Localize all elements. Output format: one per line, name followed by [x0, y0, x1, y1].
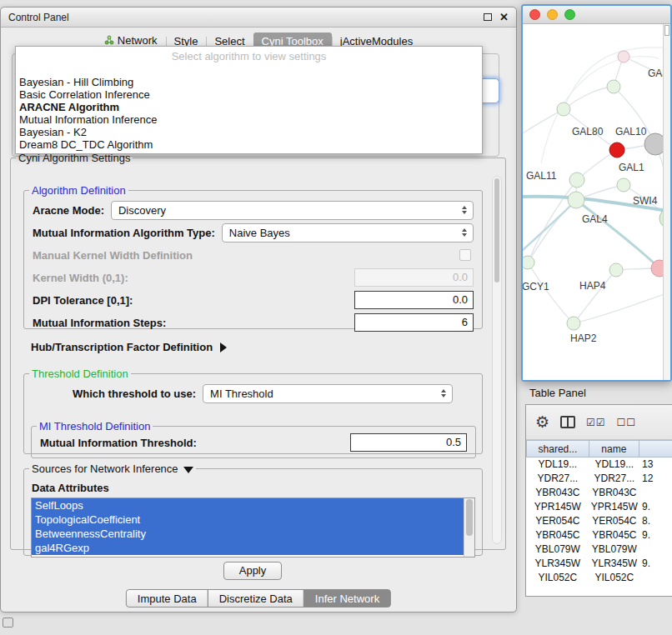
aracne-mode-select[interactable]: Discovery — [111, 201, 474, 220]
network-edge[interactable] — [523, 200, 576, 250]
close-icon[interactable]: ✕ — [499, 12, 509, 22]
network-node[interactable] — [609, 142, 624, 158]
table-panel: ⚙ ☑☑ ☐☐ shared...name YDL19...YDL19...13… — [525, 404, 672, 597]
network-edge[interactable] — [528, 262, 574, 323]
algorithm-option-bayesian-hill-climbing[interactable]: Bayesian - Hill Climbing — [16, 76, 482, 88]
attribute-list-item[interactable]: BetweennessCentrality — [32, 527, 464, 541]
sources-group: Sources for Network Inference Data Attri… — [23, 462, 483, 556]
table-row[interactable]: YIL052CYIL052C — [526, 571, 672, 585]
network-node[interactable] — [568, 192, 584, 208]
attribute-list-rows: SelfLoopsTopologicalCoefficientBetweenne… — [32, 498, 464, 555]
node-label: GAL1 — [619, 162, 644, 173]
table-cell: 13 — [639, 458, 672, 472]
network-node[interactable] — [569, 172, 584, 188]
network-scrollbar[interactable] — [663, 24, 670, 380]
manual-kernel-width-checkbox[interactable] — [459, 249, 471, 261]
network-edge[interactable] — [528, 200, 576, 262]
bottom-tab-bar: Impute DataDiscretize DataInfer Network — [126, 589, 391, 608]
network-canvas[interactable]: GALGAL80GAL10GAL11GAL1SWI4GAL4GCY1HAP4HA… — [523, 24, 670, 380]
mi-steps-label: Mutual Information Steps: — [33, 317, 166, 329]
table-row[interactable]: YDR27...YDR27...12 — [526, 472, 672, 486]
attribute-list-item[interactable]: TopologicalCoefficient — [32, 512, 464, 527]
mi-steps-row: Mutual Information Steps: 6 — [33, 313, 474, 332]
network-window-titlebar[interactable] — [523, 6, 670, 24]
dpi-tolerance-row: DPI Tolerance [0,1]: 0.0 — [33, 291, 474, 309]
window-buttons: ✕ — [484, 12, 509, 22]
network-edge[interactable] — [564, 87, 614, 109]
which-threshold-select[interactable]: MI Threshold — [203, 384, 453, 403]
deselect-all-checkboxes-icon[interactable]: ☐☐ — [617, 417, 637, 428]
table-row[interactable]: YBR043CYBR043C — [526, 486, 672, 500]
control-panel-titlebar[interactable]: Control Panel ✕ — [1, 8, 516, 28]
bottom-tab-discretize-data[interactable]: Discretize Data — [208, 589, 304, 608]
algorithm-option-list: Bayesian - Hill ClimbingBasic Correlatio… — [16, 76, 482, 151]
network-edge[interactable] — [574, 270, 616, 323]
table-row[interactable]: YBR045CYBR045C9. — [526, 528, 672, 542]
sources-title[interactable]: Sources for Network Inference — [29, 462, 196, 475]
table-row[interactable]: YER054CYER054C8. — [526, 514, 672, 528]
columns-icon[interactable] — [560, 416, 575, 428]
node-label: GAL4 — [582, 213, 608, 225]
select-all-checkboxes-icon[interactable]: ☑☑ — [586, 417, 606, 428]
algorithm-option-dream8-dc-tdc-algorithm[interactable]: Dream8 DC_TDC Algorithm — [16, 138, 482, 151]
mi-algorithm-type-select[interactable]: Naive Bayes — [222, 223, 474, 242]
attribute-list-scrollbar[interactable] — [464, 498, 474, 557]
collapse-down-icon[interactable] — [183, 467, 193, 473]
algorithm-option-bayesian-k2[interactable]: Bayesian - K2 — [16, 126, 482, 138]
attribute-list[interactable]: SelfLoopsTopologicalCoefficientBetweenne… — [31, 498, 475, 558]
algorithm-dropdown-placeholder: Select algorithm to view settings — [16, 47, 482, 65]
manual-kernel-width-label: Manual Kernel Width Definition — [33, 249, 193, 262]
table-row[interactable]: YPR145WYPR145W9. — [526, 500, 672, 514]
settings-scrollbar[interactable] — [492, 176, 502, 544]
kernel-width-label: Kernel Width (0,1): — [33, 272, 128, 284]
zoom-traffic-light[interactable] — [564, 9, 575, 20]
float-window-icon[interactable] — [484, 13, 492, 21]
network-node[interactable] — [607, 80, 620, 93]
network-node[interactable] — [567, 317, 580, 330]
expand-right-icon[interactable] — [220, 342, 227, 352]
dpi-tolerance-field[interactable]: 0.0 — [354, 291, 474, 309]
network-edge[interactable] — [574, 292, 670, 323]
tab-label: Network — [118, 34, 158, 47]
scrollbar-thumb[interactable] — [466, 499, 473, 536]
dpi-tolerance-label: DPI Tolerance [0,1]: — [33, 294, 133, 307]
table-row[interactable]: YLR345WYLR345W9. — [526, 557, 672, 571]
algorithm-option-mutual-information-inference[interactable]: Mutual Information Inference — [16, 113, 482, 126]
mi-steps-field[interactable]: 6 — [354, 313, 474, 332]
algorithm-option-basic-correlation-inference[interactable]: Basic Correlation Inference — [16, 88, 482, 101]
gear-icon[interactable]: ⚙ — [535, 414, 549, 430]
minimize-traffic-light[interactable] — [547, 9, 558, 20]
network-node[interactable] — [523, 256, 534, 269]
mi-threshold-label: Mutual Information Threshold: — [40, 437, 197, 449]
node-label: GCY1 — [523, 281, 549, 292]
scrollbar-thumb[interactable] — [664, 25, 669, 36]
mi-threshold-definition-title: MI Threshold Definition — [37, 420, 153, 432]
mi-algorithm-type-label: Mutual Information Algorithm Type: — [33, 227, 215, 239]
table-row[interactable]: YBL079WYBL079W — [526, 542, 672, 557]
node-label: HAP2 — [570, 332, 597, 344]
table-header-cell[interactable]: shared... — [526, 440, 589, 458]
network-node[interactable] — [618, 51, 629, 62]
combo-arrows-icon — [441, 389, 446, 398]
minimized-panel-icon[interactable] — [3, 618, 13, 628]
network-node[interactable] — [617, 178, 630, 192]
network-node[interactable] — [557, 102, 570, 116]
mi-threshold-field[interactable]: 0.5 — [350, 433, 467, 452]
network-node[interactable] — [609, 263, 623, 277]
table-cell: YDL19... — [589, 458, 639, 472]
attribute-list-item[interactable]: gal4RGexp — [32, 541, 464, 555]
apply-button[interactable]: Apply — [223, 562, 282, 580]
bottom-tab-impute-data[interactable]: Impute Data — [126, 589, 208, 608]
table-row[interactable]: YDL19...YDL19...13 — [526, 458, 672, 472]
bottom-tab-infer-network[interactable]: Infer Network — [303, 589, 391, 608]
close-traffic-light[interactable] — [529, 9, 540, 20]
scrollbar-thumb[interactable] — [494, 178, 499, 282]
attribute-list-item[interactable]: SelfLoops — [32, 498, 464, 512]
network-edge[interactable] — [523, 109, 564, 133]
algorithm-option-aracne-algorithm[interactable]: ARACNE Algorithm — [16, 101, 482, 113]
network-edge[interactable] — [576, 200, 659, 268]
hub-definition-toggle[interactable]: Hub/Transcription Factor Definition — [31, 341, 227, 353]
aracne-mode-label: Aracne Mode: — [33, 204, 104, 217]
table-header-cell[interactable]: name — [589, 440, 639, 458]
table-header-cell[interactable] — [639, 440, 672, 458]
